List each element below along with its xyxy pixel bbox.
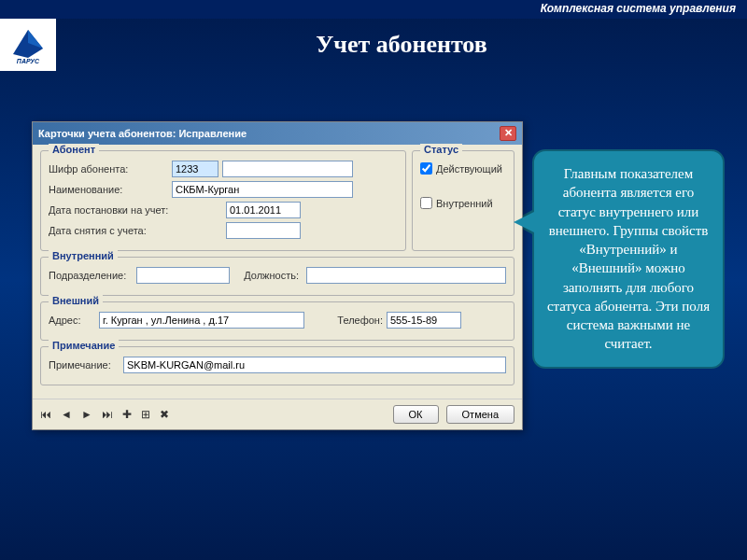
position-label: Должность: bbox=[233, 270, 299, 281]
nav-last-icon[interactable]: ⏭ bbox=[102, 408, 113, 421]
ok-button[interactable]: ОК bbox=[393, 405, 439, 424]
group-internal-legend: Внутренний bbox=[49, 250, 118, 261]
group-external-legend: Внешний bbox=[49, 295, 103, 306]
name-label: Наименование: bbox=[49, 184, 168, 195]
group-abonent: Абонент Шифр абонента: Наименование: Дат… bbox=[40, 150, 406, 251]
close-button[interactable]: ✕ bbox=[500, 126, 516, 141]
name-input[interactable] bbox=[172, 181, 353, 198]
dialog-titlebar: Карточки учета абонентов: Исправление ✕ bbox=[33, 122, 522, 145]
page-title: Учет абонентов bbox=[56, 31, 747, 59]
nav-icons: ⏮ ◄ ► ⏭ ✚ ⊞ ✖ bbox=[40, 408, 169, 421]
dialog-title: Карточки учета абонентов: Исправление bbox=[38, 128, 247, 139]
active-checkbox[interactable] bbox=[420, 162, 432, 175]
internal-checkbox[interactable] bbox=[420, 197, 432, 209]
info-callout: Главным показателем абонента является ег… bbox=[532, 149, 725, 369]
internal-label: Внутренний bbox=[436, 198, 493, 209]
group-internal: Внутренний Подразделение: Должность: bbox=[40, 257, 514, 296]
delete-icon[interactable]: ✖ bbox=[160, 408, 169, 421]
logo-text: ПАРУС bbox=[17, 58, 39, 64]
copy-icon[interactable]: ⊞ bbox=[141, 408, 150, 421]
button-bar: ⏮ ◄ ► ⏭ ✚ ⊞ ✖ ОК Отмена bbox=[33, 399, 522, 429]
code-input[interactable] bbox=[172, 161, 218, 177]
position-input[interactable] bbox=[306, 267, 506, 284]
nav-first-icon[interactable]: ⏮ bbox=[40, 408, 51, 421]
code-input-2[interactable] bbox=[222, 161, 353, 177]
phone-label: Телефон: bbox=[308, 315, 383, 326]
reg-date-label: Дата постановки на учет: bbox=[49, 204, 222, 216]
address-label: Адрес: bbox=[49, 315, 95, 326]
address-input[interactable] bbox=[99, 312, 304, 329]
logo-icon bbox=[9, 26, 47, 60]
group-abonent-legend: Абонент bbox=[49, 144, 99, 155]
group-status-legend: Статус bbox=[420, 144, 462, 155]
note-input[interactable] bbox=[123, 357, 506, 373]
logo: ПАРУС bbox=[0, 19, 56, 71]
close-icon: ✕ bbox=[504, 127, 513, 138]
group-note-legend: Примечание bbox=[49, 340, 119, 351]
active-label: Действующий bbox=[436, 163, 502, 175]
phone-input[interactable] bbox=[387, 312, 461, 329]
dept-input[interactable] bbox=[136, 267, 230, 284]
system-banner: Комплексная система управления bbox=[0, 0, 747, 19]
group-status: Статус Действующий Внутренний bbox=[412, 150, 514, 251]
group-external: Внешний Адрес: Телефон: bbox=[40, 301, 514, 341]
nav-next-icon[interactable]: ► bbox=[81, 408, 92, 421]
code-label: Шифр абонента: bbox=[49, 163, 168, 175]
page-header: ПАРУС Учет абонентов bbox=[0, 19, 747, 71]
dereg-date-input[interactable] bbox=[226, 222, 301, 239]
add-icon[interactable]: ✚ bbox=[122, 408, 132, 421]
cancel-button[interactable]: Отмена bbox=[446, 405, 514, 424]
active-checkbox-row[interactable]: Действующий bbox=[420, 162, 506, 175]
internal-checkbox-row[interactable]: Внутренний bbox=[420, 197, 506, 209]
nav-prev-icon[interactable]: ◄ bbox=[61, 408, 72, 421]
dereg-date-label: Дата снятия с учета: bbox=[49, 225, 222, 236]
reg-date-input[interactable] bbox=[226, 202, 301, 218]
group-note: Примечание Примечание: bbox=[40, 346, 514, 385]
note-label: Примечание: bbox=[49, 359, 120, 371]
edit-dialog: Карточки учета абонентов: Исправление ✕ … bbox=[32, 121, 523, 430]
dept-label: Подразделение: bbox=[49, 270, 133, 281]
